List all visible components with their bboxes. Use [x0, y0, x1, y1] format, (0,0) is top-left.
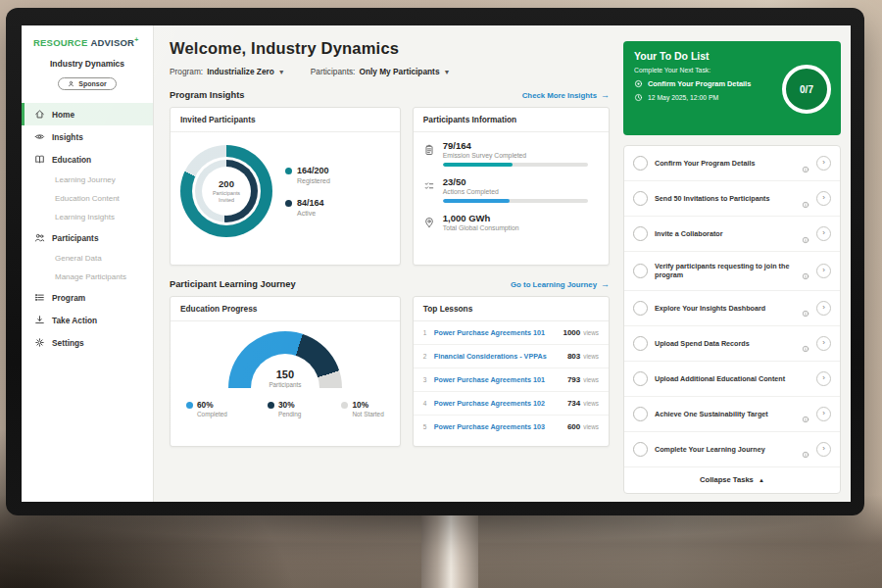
task-checkbox[interactable]	[633, 407, 648, 421]
completed-label: Completed	[197, 411, 227, 417]
todo-item-complete-learning-journey[interactable]: Complete Your Learning Journey ›	[624, 432, 840, 467]
actions-completed-value: 23/50	[443, 176, 588, 187]
program-filter-label: Program:	[170, 67, 203, 76]
info-icon	[802, 304, 809, 312]
todo-progress-count: 0/7	[800, 84, 813, 95]
participants-filter[interactable]: Participants: Only My Participants ▼	[311, 67, 451, 76]
emission-survey-progress-fill	[443, 163, 513, 167]
go-to-learning-journey-label: Go to Learning Journey	[511, 280, 597, 289]
main-content: Welcome, Industry Dynamics Program: Indu…	[154, 25, 619, 502]
sidebar-item-home[interactable]: Home	[22, 103, 153, 125]
todo-item-confirm-program[interactable]: Confirm Your Program Details ›	[624, 146, 840, 181]
todo-item-explore-insights[interactable]: Explore Your Insights Dashboard ›	[624, 291, 840, 326]
lesson-views-suffix: views	[583, 376, 599, 383]
chevron-right-icon[interactable]: ›	[816, 301, 831, 316]
invited-donut-hole: 200 Participants Invited	[192, 157, 261, 225]
sidebar-item-settings[interactable]: Settings	[22, 331, 153, 354]
chevron-right-icon[interactable]: ›	[816, 442, 831, 457]
chevron-right-icon[interactable]: ›	[816, 336, 831, 351]
lesson-views: 803	[567, 352, 580, 361]
todo-next-task: Confirm Your Program Details	[648, 79, 751, 88]
not-started-pct: 10%	[352, 400, 368, 410]
check-more-insights-link[interactable]: Check More Insights →	[522, 90, 610, 100]
todo-item-invite-collaborator[interactable]: Invite a Collaborator ›	[624, 217, 840, 252]
task-label: Complete Your Learning Journey	[655, 445, 795, 454]
collapse-tasks-label: Collapse Tasks	[700, 475, 754, 484]
sidebar-item-program[interactable]: Program	[22, 286, 153, 309]
program-filter-value[interactable]: Industrialize Zero	[207, 67, 274, 76]
todo-summary-card: Your To Do List Complete Your Next Task:…	[623, 41, 841, 135]
todo-title: Your To Do List	[634, 50, 830, 62]
sidebar-item-manage-participants[interactable]: Manage Participants	[22, 268, 153, 286]
task-checkbox[interactable]	[633, 156, 648, 171]
lesson-rank: 2	[423, 353, 434, 360]
chevron-right-icon[interactable]: ›	[816, 191, 831, 206]
info-icon	[802, 267, 809, 274]
page-title: Welcome, Industry Dynamics	[170, 39, 610, 58]
lesson-views: 600	[567, 422, 580, 431]
chevron-right-icon[interactable]: ›	[816, 371, 831, 386]
location-pin-icon	[423, 215, 435, 226]
todo-item-upload-spend-data[interactable]: Upload Spend Data Records ›	[624, 326, 840, 362]
education-progress-title: Education Progress	[171, 297, 400, 321]
participants-filter-value[interactable]: Only My Participants	[359, 67, 439, 76]
chevron-down-icon: ▼	[278, 69, 285, 75]
sidebar-item-participants[interactable]: Participants	[22, 226, 153, 249]
participants-filter-label: Participants:	[311, 67, 356, 76]
task-checkbox[interactable]	[633, 301, 648, 316]
task-checkbox[interactable]	[633, 371, 648, 386]
collapse-tasks-button[interactable]: Collapse Tasks ▲	[624, 467, 840, 493]
actions-completed-label: Actions Completed	[443, 188, 588, 195]
lesson-link[interactable]: Financial Considerations - VPPAs	[434, 352, 567, 361]
task-checkbox[interactable]	[633, 191, 648, 206]
chevron-right-icon[interactable]: ›	[816, 264, 831, 278]
todo-item-upload-educational-content[interactable]: Upload Additional Educational Content ›	[624, 362, 840, 397]
global-consumption-row: 1,000 GWh Total Global Consumption	[414, 205, 609, 233]
task-checkbox[interactable]	[633, 226, 648, 241]
lesson-link[interactable]: Power Purchase Agreements 101	[434, 328, 564, 337]
emission-survey-row: 79/164 Emission Survey Completed	[414, 132, 609, 169]
sidebar-item-learning-insights[interactable]: Learning Insights	[22, 208, 153, 226]
sidebar-item-insights[interactable]: Insights	[22, 125, 153, 148]
task-checkbox[interactable]	[633, 336, 648, 351]
gauge-center-value: 150	[228, 369, 342, 380]
sidebar-item-general-data[interactable]: General Data	[22, 249, 153, 268]
registered-value: 164/200	[297, 166, 329, 175]
logo-resource: RESOURCE	[33, 37, 87, 48]
completed-pct: 60%	[197, 400, 214, 410]
check-more-insights-label: Check More Insights	[522, 91, 597, 100]
lesson-link[interactable]: Power Purchase Agreements 103	[434, 422, 567, 431]
task-label: Upload Additional Educational Content	[655, 374, 809, 383]
chevron-right-icon[interactable]: ›	[816, 156, 831, 171]
lesson-row: 4 Power Purchase Agreements 102 734 view…	[414, 392, 609, 416]
lesson-row: 1 Power Purchase Agreements 101 1000 vie…	[414, 321, 609, 345]
chevron-right-icon[interactable]: ›	[816, 407, 831, 421]
learning-journey-header: Participant Learning Journey Go to Learn…	[170, 279, 610, 289]
chevron-right-icon[interactable]: ›	[816, 226, 831, 241]
app-logo: RESOURCEADVISOR+	[22, 25, 153, 48]
lesson-link[interactable]: Power Purchase Agreements 102	[434, 399, 567, 408]
sidebar-item-education-content[interactable]: Education Content	[22, 189, 153, 208]
sidebar-item-take-action[interactable]: Take Action	[22, 309, 153, 331]
learning-journey-title: Participant Learning Journey	[170, 279, 296, 289]
invited-donut-ring-inner: 200 Participants Invited	[195, 160, 258, 222]
download-action-icon	[34, 315, 45, 325]
go-to-learning-journey-link[interactable]: Go to Learning Journey →	[511, 279, 610, 289]
program-filter[interactable]: Program: Industrialize Zero ▼	[170, 67, 285, 76]
sidebar-item-education[interactable]: Education	[22, 148, 153, 171]
sponsor-badge[interactable]: Sponsor	[58, 77, 116, 90]
todo-progress-ring: 0/7	[782, 65, 831, 114]
todo-item-achieve-target[interactable]: Achieve One Sustainability Target ›	[624, 397, 840, 432]
task-checkbox[interactable]	[633, 264, 648, 278]
lesson-link[interactable]: Power Purchase Agreements 101	[434, 375, 567, 384]
blue-dot-icon	[186, 402, 193, 409]
clipboard-icon	[423, 142, 435, 154]
legend-item-registered: 164/200 Registered	[285, 166, 330, 184]
emission-survey-progressbar	[443, 163, 588, 167]
sidebar-item-learning-journey[interactable]: Learning Journey	[22, 171, 153, 189]
todo-item-send-invitations[interactable]: Send 50 Invitations to Participants ›	[624, 181, 840, 217]
task-checkbox[interactable]	[633, 442, 648, 457]
org-name: Industry Dynamics	[22, 59, 153, 69]
todo-item-verify-participants[interactable]: Verify participants requesting to join t…	[624, 252, 840, 291]
active-value: 84/164	[297, 198, 324, 208]
